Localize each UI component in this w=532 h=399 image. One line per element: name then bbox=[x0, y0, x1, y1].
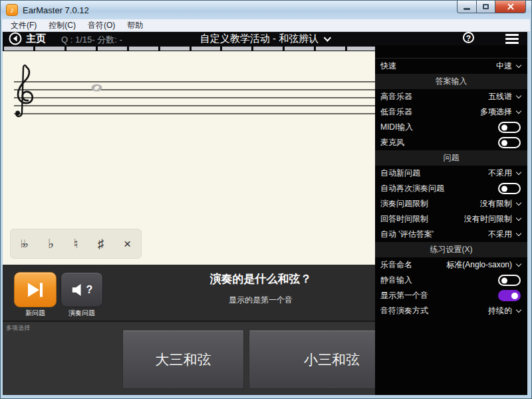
hamburger-icon bbox=[505, 34, 519, 36]
maximize-button[interactable] bbox=[477, 1, 495, 13]
midi-input-toggle[interactable] bbox=[498, 122, 521, 133]
progress-segment bbox=[192, 47, 221, 51]
progress-segment bbox=[66, 47, 96, 51]
question-panel: 新问题 ? 演奏问题 演奏的是什么和弦？ 显示的是第一个音 bbox=[3, 265, 375, 321]
hamburger-menu-button[interactable] bbox=[505, 34, 519, 46]
chevron-down-icon bbox=[324, 34, 331, 41]
chevron-down-icon bbox=[516, 63, 521, 68]
speaker-icon bbox=[71, 283, 84, 297]
progress-segment bbox=[98, 47, 127, 51]
chevron-down-icon bbox=[516, 170, 521, 175]
setting-row-answer-time-limit[interactable]: 回答时间限制 没有时间限制 bbox=[375, 211, 527, 227]
question-subtitle: 显示的是第一个音 bbox=[149, 295, 372, 306]
exercise-header: 主页 Q : 1/15- 分数: - 自定义教学活动 - 和弦辨认 ? bbox=[3, 32, 527, 45]
menu-note[interactable]: 音符(O) bbox=[82, 20, 121, 31]
accidentals-toolbar: ♭♭ ♭ ♮ ♯ × bbox=[10, 229, 142, 259]
setting-row-auto-evaluate-answer[interactable]: 自动 '评估答案' 不采用 bbox=[375, 227, 527, 242]
question-score-text: Q : 1/15- 分数: - bbox=[61, 34, 122, 46]
help-button[interactable]: ? bbox=[463, 32, 474, 43]
answer-minor-triad-button[interactable]: 小三和弦 bbox=[249, 331, 375, 389]
sidebar-divider bbox=[375, 45, 527, 59]
answer-panel: 多项选择 大三和弦 小三和弦 bbox=[3, 321, 375, 395]
app-icon: ♪ bbox=[6, 4, 18, 16]
new-question-label: 新问题 bbox=[14, 309, 57, 318]
sharp-button[interactable]: ♯ bbox=[98, 237, 104, 250]
flat-button[interactable]: ♭ bbox=[48, 237, 54, 250]
skip-next-icon bbox=[25, 281, 45, 299]
window-title: EarMaster 7.0.12 bbox=[23, 5, 89, 15]
activity-title-dropdown[interactable]: 自定义教学活动 - 和弦辨认 bbox=[200, 33, 330, 45]
setting-row-auto-new-question[interactable]: 自动新问题 不采用 bbox=[375, 166, 527, 181]
setting-row-auto-replay-question: 自动再次演奏问题 bbox=[375, 181, 527, 196]
setting-row-mute-input: 静音输入 bbox=[375, 273, 527, 288]
settings-sidebar: 快速 中速 答案输入 高音乐器 五线谱 低音乐器 多项选择 MIDI输入 bbox=[375, 45, 527, 395]
question-title: 演奏的是什么和弦？ bbox=[149, 271, 372, 287]
section-header-exercise-settings: 练习设置(X) bbox=[375, 242, 527, 257]
answer-mode-label: 多项选择 bbox=[6, 324, 30, 332]
answer-major-triad-button[interactable]: 大三和弦 bbox=[122, 331, 244, 389]
setting-row-treble-instrument[interactable]: 高音乐器 五线谱 bbox=[375, 89, 527, 104]
setting-row-tempo[interactable]: 快速 中速 bbox=[375, 59, 527, 74]
main-area: 主页 Q : 1/15- 分数: - 自定义教学活动 - 和弦辨认 ? bbox=[3, 32, 527, 395]
progress-segment bbox=[4, 47, 33, 51]
mute-input-toggle[interactable] bbox=[498, 275, 521, 286]
staff-line bbox=[14, 113, 375, 114]
chevron-down-icon bbox=[516, 200, 521, 205]
question-progress-bar bbox=[4, 45, 376, 51]
setting-row-show-first-note: 显示第一个音 bbox=[375, 288, 527, 303]
setting-row-note-play-mode[interactable]: 音符演奏方式 持续的 bbox=[375, 303, 527, 319]
section-header-answer-input: 答案输入 bbox=[375, 74, 527, 89]
close-icon bbox=[507, 3, 515, 11]
show-first-note-toggle[interactable] bbox=[498, 290, 521, 301]
home-label: 主页 bbox=[26, 33, 46, 45]
progress-segment bbox=[285, 47, 314, 51]
microphone-toggle[interactable] bbox=[498, 137, 521, 148]
activity-title: 自定义教学活动 - 和弦辨认 bbox=[200, 33, 319, 45]
close-button[interactable] bbox=[495, 1, 526, 13]
chevron-down-icon bbox=[516, 215, 521, 221]
chevron-down-icon bbox=[516, 261, 521, 267]
menu-bar: 文件(F) 控制(C) 音符(O) 帮助 bbox=[2, 19, 530, 32]
section-header-question: 问题 bbox=[375, 150, 527, 166]
progress-segment bbox=[253, 47, 283, 51]
staff-line bbox=[14, 97, 375, 98]
chevron-down-icon bbox=[516, 307, 521, 313]
window-controls bbox=[457, 1, 526, 13]
setting-row-bass-instrument[interactable]: 低音乐器 多项选择 bbox=[375, 104, 527, 120]
setting-row-note-naming[interactable]: 乐音命名 标准(Anglo-saxon) bbox=[375, 257, 527, 273]
menu-file[interactable]: 文件(F) bbox=[5, 20, 43, 31]
double-flat-button[interactable]: ♭♭ bbox=[21, 239, 29, 249]
staff-line bbox=[14, 89, 375, 90]
maximize-icon bbox=[483, 4, 489, 9]
menu-control[interactable]: 控制(C) bbox=[43, 20, 82, 31]
treble-clef-icon bbox=[14, 63, 37, 124]
natural-button[interactable]: ♮ bbox=[74, 237, 78, 250]
setting-row-microphone: 麦克风 bbox=[375, 135, 527, 150]
progress-segment bbox=[222, 47, 251, 51]
progress-segment bbox=[316, 47, 345, 51]
setting-row-midi-input: MIDI输入 bbox=[375, 120, 527, 135]
app-window: ♪ EarMaster 7.0.12 文件(F) 控制(C) 音符(O) 帮助 … bbox=[0, 0, 532, 399]
titlebar[interactable]: ♪ EarMaster 7.0.12 bbox=[1, 1, 531, 19]
staff-line bbox=[14, 105, 375, 106]
hint-whole-note-icon bbox=[91, 84, 102, 92]
chevron-down-icon bbox=[516, 231, 521, 236]
double-sharp-button[interactable]: × bbox=[124, 237, 131, 250]
chevron-down-icon bbox=[516, 93, 521, 98]
minimize-icon bbox=[464, 8, 470, 10]
minimize-button[interactable] bbox=[457, 1, 477, 13]
progress-segment bbox=[160, 47, 190, 51]
staff-line bbox=[14, 81, 375, 82]
menu-help[interactable]: 帮助 bbox=[121, 20, 149, 31]
play-question-button[interactable]: ? bbox=[61, 272, 103, 307]
new-question-button[interactable] bbox=[14, 272, 57, 307]
auto-replay-toggle[interactable] bbox=[498, 183, 521, 194]
home-button[interactable]: 主页 bbox=[9, 32, 46, 45]
progress-segment bbox=[35, 47, 65, 51]
progress-segment bbox=[129, 47, 158, 51]
question-mark-glyph: ? bbox=[86, 284, 93, 296]
notation-panel: ♭♭ ♭ ♮ ♯ × bbox=[3, 51, 375, 265]
setting-row-play-question-limit[interactable]: 演奏问题限制 没有限制 bbox=[375, 196, 527, 211]
chevron-down-icon bbox=[516, 108, 521, 114]
back-arrow-icon bbox=[9, 32, 22, 45]
